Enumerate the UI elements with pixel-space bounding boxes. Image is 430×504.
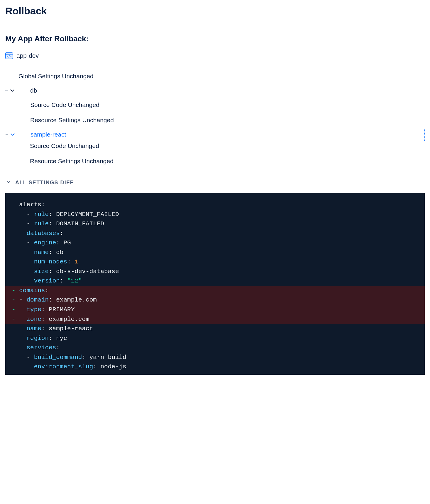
- app-header-row: </> app-dev: [5, 52, 425, 59]
- diff-line-removed: - zone: example.com: [5, 315, 425, 324]
- app-name: app-dev: [16, 52, 39, 59]
- diff-line: environment_slug: node-js: [5, 362, 425, 372]
- tree-node-label: sample-react: [31, 131, 66, 138]
- diff-line: databases:: [5, 229, 425, 239]
- diff-line: - engine: PG: [5, 238, 425, 248]
- after-rollback-heading: My App After Rollback:: [5, 34, 425, 43]
- chevron-down-icon: [9, 87, 16, 94]
- tree-sub-sample-react: Source Code Unchanged Resource Settings …: [12, 141, 425, 165]
- tree-row: Resource Settings Unchanged: [24, 113, 425, 128]
- page-title: Rollback: [5, 5, 425, 17]
- diff-line: name: sample-react: [5, 324, 425, 334]
- diff-line: name: db: [5, 248, 425, 258]
- tree-node-label: db: [30, 87, 37, 94]
- diff-line: - rule: DEPLOYMENT_FAILED: [5, 210, 425, 219]
- diff-line-removed: - type: PRIMARY: [5, 305, 425, 315]
- diff-line: size: db-s-dev-database: [5, 267, 425, 277]
- diff-line: num_nodes: 1: [5, 257, 425, 267]
- diff-code-block: alerts: - rule: DEPLOYMENT_FAILED - rule…: [5, 193, 425, 375]
- chevron-down-icon: [5, 179, 12, 187]
- tree-row: Source Code Unchanged: [23, 141, 425, 154]
- all-settings-diff-label: ALL SETTINGS DIFF: [15, 180, 74, 186]
- tree-sub-db: Source Code Unchanged Resource Settings …: [12, 97, 425, 128]
- tree-row: Resource Settings Unchanged: [23, 154, 425, 165]
- diff-line-removed: - - domain: example.com: [5, 295, 425, 305]
- tree-node-db[interactable]: db: [8, 84, 425, 97]
- chevron-down-icon: [9, 131, 16, 138]
- diff-line: version: "12": [5, 276, 425, 286]
- tree-node-sample-react[interactable]: sample-react: [8, 128, 425, 141]
- diff-line: region: nyc: [5, 334, 425, 343]
- all-settings-diff-toggle[interactable]: ALL SETTINGS DIFF: [5, 179, 425, 187]
- diff-line: - build_command: yarn build: [5, 353, 425, 362]
- diff-line: - rule: DOMAIN_FAILED: [5, 219, 425, 229]
- app-icon: </>: [5, 52, 13, 59]
- tree-row-global: Global Settings Unchanged: [12, 69, 425, 84]
- tree-row: Source Code Unchanged: [24, 97, 425, 113]
- diff-line-removed: - domains:: [5, 286, 425, 296]
- app-tree: Global Settings Unchanged db Source Code…: [9, 66, 425, 141]
- diff-line: alerts:: [5, 200, 425, 210]
- diff-line: services:: [5, 343, 425, 353]
